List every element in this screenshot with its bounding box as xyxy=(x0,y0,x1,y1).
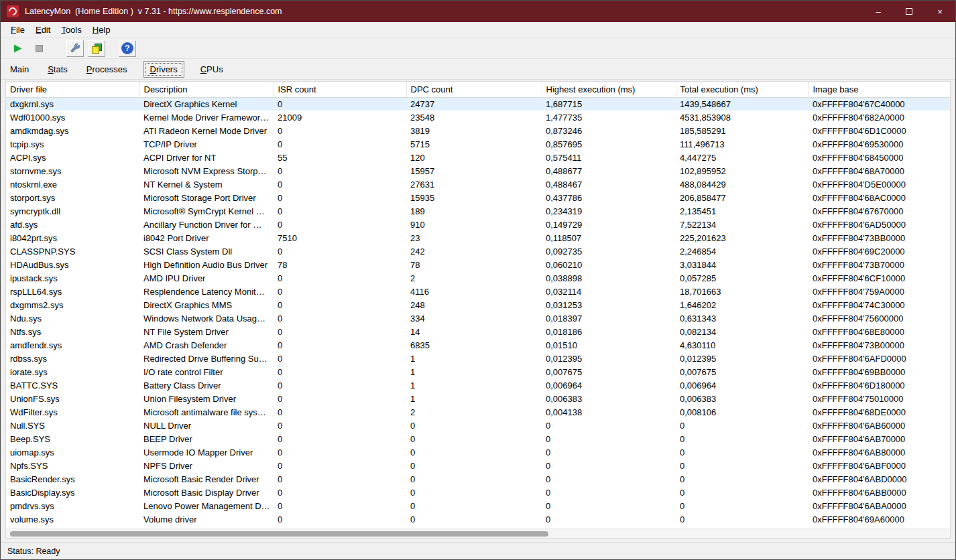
cell: 0 xyxy=(274,459,406,472)
table-row-stornvme-sys[interactable]: stornvme.sysMicrosoft NVM Express Storp…… xyxy=(6,164,950,178)
column-header-isr-count[interactable]: ISR count xyxy=(274,82,406,97)
table-row-uiomap-sys[interactable]: uiomap.sysUsermode IO Mapper Driver00000… xyxy=(6,445,950,459)
table-row-volume-sys[interactable]: volume.sysVolume driver00000xFFFFF804'69… xyxy=(6,512,950,526)
cell: 0 xyxy=(274,244,406,258)
help-button[interactable]: ? xyxy=(119,40,136,57)
cell: 0xFFFFF804'68E80000 xyxy=(809,325,950,338)
tab-stats[interactable]: Stats xyxy=(45,62,70,77)
menu-item-file[interactable]: File xyxy=(5,23,30,37)
cell: Microsoft antimalware file sys… xyxy=(139,405,274,419)
table-row-ipustack-sys[interactable]: ipustack.sysAMD IPU Driver020,0388980,05… xyxy=(6,271,950,285)
table-row-acpi-sys[interactable]: ACPI.sysACPI Driver for NT551200,5754114… xyxy=(6,151,950,164)
cell: Windows Network Data Usag… xyxy=(139,311,274,325)
table-row-ntfs-sys[interactable]: Ntfs.sysNT File System Driver0140,018186… xyxy=(6,325,950,338)
table-row-basicrender-sys[interactable]: BasicRender.sysMicrosoft Basic Render Dr… xyxy=(6,472,950,486)
cell: Ancillary Function Driver for … xyxy=(139,218,274,231)
cell: 0 xyxy=(542,445,676,459)
cell: Beep.SYS xyxy=(6,432,139,445)
table-row-wdf01000-sys[interactable]: Wdf01000.sysKernel Mode Driver Framewor…… xyxy=(6,111,950,124)
cell: WdFilter.sys xyxy=(6,405,139,419)
table-row-beep-sys[interactable]: Beep.SYSBEEP Driver00000xFFFFF804'6AB700… xyxy=(6,432,950,445)
table-row-battc-sys[interactable]: BATTC.SYSBattery Class Driver010,0069640… xyxy=(6,378,950,392)
cell: I/O rate control Filter xyxy=(139,365,274,378)
table-row-rsplll64-sys[interactable]: rspLLL64.sysResplendence Latency Monit…0… xyxy=(6,285,950,298)
column-header-highest-execution-ms[interactable]: Highest execution (ms) xyxy=(542,82,676,97)
cell: 23548 xyxy=(406,111,542,124)
column-header-total-execution-ms[interactable]: Total execution (ms) xyxy=(676,82,809,97)
table-row-symcryptk-dll[interactable]: symcryptk.dllMicrosoft® SymCrypt Kernel … xyxy=(6,204,950,218)
toolbar: ? xyxy=(1,38,955,59)
table-row-dxgkrnl-sys[interactable]: dxgkrnl.sysDirectX Graphics Kernel024737… xyxy=(6,97,950,111)
column-header-dpc-count[interactable]: DPC count xyxy=(406,82,542,97)
cell: Usermode IO Mapper Driver xyxy=(139,445,274,459)
table-row-storport-sys[interactable]: storport.sysMicrosoft Storage Port Drive… xyxy=(6,191,950,204)
cell: Microsoft® SymCrypt Kernel … xyxy=(139,204,274,218)
cell: 0,006383 xyxy=(676,392,809,405)
tab-drivers[interactable]: Drivers xyxy=(143,61,184,78)
table-row-iorate-sys[interactable]: iorate.sysI/O rate control Filter010,007… xyxy=(6,365,950,378)
cell: 0,488677 xyxy=(542,164,676,178)
table-row-i8042prt-sys[interactable]: i8042prt.sysi8042 Port Driver7510230,118… xyxy=(6,231,950,244)
tab-cpus[interactable]: CPUs xyxy=(198,62,226,77)
cell: 0,082134 xyxy=(676,325,809,338)
cell: 0,007675 xyxy=(542,365,676,378)
menu-item-help[interactable]: Help xyxy=(87,23,116,37)
tab-processes[interactable]: Processes xyxy=(84,62,130,77)
cell: CLASSPNP.SYS xyxy=(6,244,139,258)
report-button[interactable] xyxy=(88,40,105,57)
cell: 0 xyxy=(274,378,406,392)
close-button[interactable]: × xyxy=(924,1,955,22)
options-button[interactable] xyxy=(66,40,84,57)
horizontal-scrollbar[interactable] xyxy=(6,529,950,538)
table-row-pmdrvs-sys[interactable]: pmdrvs.sysLenovo Power Management D…0000… xyxy=(6,499,950,512)
table-row-npfs-sys[interactable]: Npfs.SYSNPFS Driver00000xFFFFF804'6ABF00… xyxy=(6,459,950,472)
table-row-tcpip-sys[interactable]: tcpip.sysTCP/IP Driver057150,857695111,4… xyxy=(6,137,950,151)
scrollbar-thumb[interactable] xyxy=(10,531,548,537)
drivers-table: Driver fileDescriptionISR countDPC count… xyxy=(6,82,950,526)
cell: Ntfs.sys xyxy=(6,325,139,338)
cell: Battery Class Driver xyxy=(139,378,274,392)
table-row-amdfendr-sys[interactable]: amdfendr.sysAMD Crash Defender068350,015… xyxy=(6,338,950,352)
table-row-classpnp-sys[interactable]: CLASSPNP.SYSSCSI Class System Dll02420,0… xyxy=(6,244,950,258)
cell: 0 xyxy=(542,512,676,526)
cell: 0,857695 xyxy=(542,137,676,151)
table-row-basicdisplay-sys[interactable]: BasicDisplay.sysMicrosoft Basic Display … xyxy=(6,486,950,499)
titlebar[interactable]: LatencyMon (Home Edition ) v 7.31 - http… xyxy=(1,1,955,22)
cell: 0xFFFFF804'68AC0000 xyxy=(809,191,950,204)
column-header-image-base[interactable]: Image base xyxy=(809,82,950,97)
cell: 0,018397 xyxy=(542,311,676,325)
column-header-driver-file[interactable]: Driver file xyxy=(6,82,139,97)
cell: 27631 xyxy=(406,178,542,191)
column-header-description[interactable]: Description xyxy=(139,82,274,97)
table-row-amdkmdag-sys[interactable]: amdkmdag.sysATI Radeon Kernel Mode Drive… xyxy=(6,124,950,137)
tab-main[interactable]: Main xyxy=(7,62,32,77)
cell: ipustack.sys xyxy=(6,271,139,285)
cell: 14 xyxy=(406,325,542,338)
table-row-dxgmms2-sys[interactable]: dxgmms2.sysDirectX Graphics MMS02480,031… xyxy=(6,298,950,311)
menu-item-tools[interactable]: Tools xyxy=(56,23,86,37)
cell: 0 xyxy=(274,137,406,151)
cell: 0xFFFFF804'6D1C0000 xyxy=(809,124,950,137)
maximize-button[interactable] xyxy=(894,1,924,22)
table-row-ndu-sys[interactable]: Ndu.sysWindows Network Data Usag…03340,0… xyxy=(6,311,950,325)
stop-monitor-button[interactable] xyxy=(30,40,48,57)
table-row-wdfilter-sys[interactable]: WdFilter.sysMicrosoft antimalware file s… xyxy=(6,405,950,419)
minimize-button[interactable]: – xyxy=(863,1,894,22)
table-row-rdbss-sys[interactable]: rdbss.sysRedirected Drive Buffering Su…0… xyxy=(6,352,950,365)
table-row-unionfs-sys[interactable]: UnionFS.sysUnion Filesystem Driver010,00… xyxy=(6,392,950,405)
menu-item-edit[interactable]: Edit xyxy=(30,23,56,37)
table-row-null-sys[interactable]: Null.SYSNULL Driver00000xFFFFF804'6AB600… xyxy=(6,419,950,432)
cell: symcryptk.dll xyxy=(6,204,139,218)
cell: 0 xyxy=(274,432,406,445)
cell: 0 xyxy=(406,486,542,499)
start-monitor-button[interactable] xyxy=(9,40,26,57)
cell: 0 xyxy=(676,445,809,459)
close-icon: × xyxy=(937,7,943,17)
cell: 2 xyxy=(406,405,542,419)
cell: 0 xyxy=(406,445,542,459)
table-row-ntoskrnl-exe[interactable]: ntoskrnl.exeNT Kernel & System0276310,48… xyxy=(6,178,950,191)
cell: Volume driver xyxy=(139,512,274,526)
table-row-afd-sys[interactable]: afd.sysAncillary Function Driver for …09… xyxy=(6,218,950,231)
cell: 2,246854 xyxy=(676,244,809,258)
table-row-hdaudbus-sys[interactable]: HDAudBus.sysHigh Definition Audio Bus Dr… xyxy=(6,258,950,271)
